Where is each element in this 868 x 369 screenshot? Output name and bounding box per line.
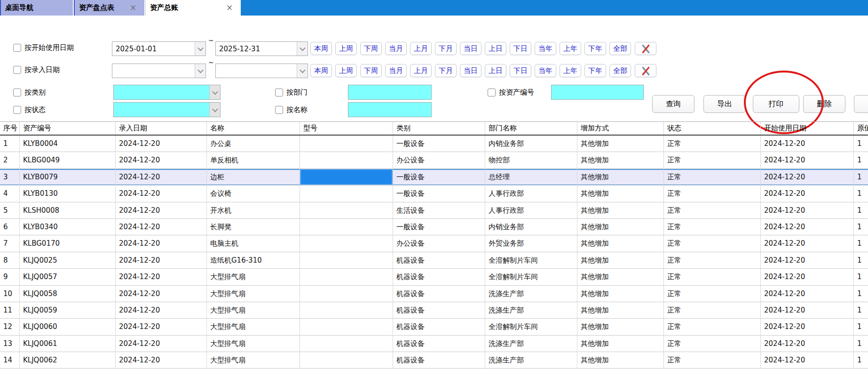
cell-entry-date[interactable]: 2024-12-20: [116, 185, 207, 202]
cell-seq[interactable]: 12: [0, 319, 20, 335]
cell-asset-no[interactable]: KLYB0079: [20, 169, 116, 185]
cell-original-value[interactable]: 1: [854, 202, 868, 219]
quick-range-button[interactable]: 下年: [584, 42, 606, 55]
cell-status[interactable]: 正常: [664, 185, 761, 202]
column-header[interactable]: 部门名称: [485, 122, 577, 135]
quick-range-button[interactable]: 上日: [485, 64, 506, 77]
quick-range-button[interactable]: 下周: [360, 42, 382, 55]
cell-seq[interactable]: 10: [0, 286, 20, 302]
cell-asset-no[interactable]: KLJQ0060: [20, 319, 116, 335]
cell-original-value[interactable]: 1: [854, 152, 868, 168]
column-header[interactable]: 序号: [0, 122, 20, 135]
cell-entry-date[interactable]: 2024-12-20: [116, 319, 207, 335]
cell-model[interactable]: [300, 302, 393, 319]
cell-start-date[interactable]: 2024-12-20: [761, 185, 854, 202]
cell-asset-no[interactable]: KLBG0049: [20, 152, 116, 168]
cell-name[interactable]: 造纸机G16-310: [207, 252, 300, 269]
close-icon[interactable]: ×: [225, 3, 234, 13]
cell-start-date[interactable]: 2024-12-20: [761, 269, 854, 285]
table-row[interactable]: 6 KLYB0340 2024-12-20 长脚凳 一般设备 内销业务部 其他增…: [0, 219, 868, 235]
cell-asset-no[interactable]: KLYB0130: [20, 185, 116, 202]
table-row[interactable]: 12 KLJQ0060 2024-12-20 大型排气扇 机器设备 全溶解制片车…: [0, 319, 868, 335]
cell-model[interactable]: [300, 136, 393, 152]
cell-name[interactable]: 开水机: [207, 202, 300, 219]
table-row[interactable]: 8 KLJQ0025 2024-12-20 造纸机G16-310 机器设备 全溶…: [0, 252, 868, 269]
cell-model[interactable]: [300, 185, 393, 202]
cell-start-date[interactable]: 2024-12-20: [761, 169, 854, 185]
cell-status[interactable]: 正常: [664, 235, 761, 252]
entry-date-checkbox[interactable]: [13, 66, 21, 74]
cell-model[interactable]: [300, 352, 393, 369]
cell-original-value[interactable]: 1: [854, 302, 868, 319]
cell-model[interactable]: [300, 202, 393, 219]
cell-add-method[interactable]: 其他增加: [577, 286, 664, 302]
cell-add-method[interactable]: 其他增加: [577, 235, 664, 252]
cell-original-value[interactable]: 1: [854, 235, 868, 252]
column-header[interactable]: 录入日期: [116, 122, 207, 135]
cell-name[interactable]: 单反相机: [207, 152, 300, 168]
quick-range-button[interactable]: 当日: [460, 42, 481, 55]
cell-category[interactable]: 机器设备: [393, 269, 485, 285]
cell-model[interactable]: [300, 252, 393, 269]
cell-category[interactable]: 办公设备: [393, 235, 485, 252]
cell-original-value[interactable]: 1: [854, 352, 868, 369]
cell-entry-date[interactable]: 2024-12-20: [116, 252, 207, 269]
cell-category[interactable]: 一般设备: [393, 185, 485, 202]
cell-category[interactable]: 机器设备: [393, 352, 485, 369]
chevron-down-icon[interactable]: [209, 85, 220, 99]
quick-range-button[interactable]: 本周: [310, 42, 332, 55]
column-header[interactable]: 名称: [207, 122, 300, 135]
tab-asset-inventory[interactable]: 资产盘点表 ×: [74, 0, 144, 16]
cell-department[interactable]: 人事行政部: [485, 185, 577, 202]
name-input[interactable]: [348, 102, 432, 117]
cell-entry-date[interactable]: 2024-12-20: [116, 136, 207, 152]
cell-category[interactable]: 机器设备: [393, 302, 485, 319]
column-header[interactable]: 类别: [393, 122, 485, 135]
cell-original-value[interactable]: 1: [854, 185, 868, 202]
cell-entry-date[interactable]: 2024-12-20: [116, 235, 207, 252]
cell-seq[interactable]: 2: [0, 152, 20, 168]
cell-asset-no[interactable]: KLYB0004: [20, 136, 116, 152]
quick-range-button[interactable]: 上周: [335, 42, 357, 55]
cell-model[interactable]: [300, 219, 393, 235]
cell-status[interactable]: 正常: [664, 202, 761, 219]
cell-status[interactable]: 正常: [664, 136, 761, 152]
cell-name[interactable]: 大型排气扇: [207, 269, 300, 285]
table-row[interactable]: 14 KLJQ0062 2024-12-20 大型排气扇 机器设备 洗涤生产部 …: [0, 352, 868, 369]
quick-range-button[interactable]: 当日: [460, 64, 481, 77]
cell-status[interactable]: 正常: [664, 286, 761, 302]
cell-department[interactable]: 洗涤生产部: [485, 302, 577, 319]
quick-range-button[interactable]: 下月: [435, 64, 457, 77]
cell-status[interactable]: 正常: [664, 269, 761, 285]
cell-add-method[interactable]: 其他增加: [577, 185, 664, 202]
cell-status[interactable]: 正常: [664, 336, 761, 352]
cell-name[interactable]: 大型排气扇: [207, 302, 300, 319]
quick-range-button[interactable]: 下月: [435, 42, 457, 55]
cell-start-date[interactable]: 2024-12-20: [761, 319, 854, 335]
cell-category[interactable]: 办公设备: [393, 152, 485, 168]
cell-status[interactable]: 正常: [664, 152, 761, 168]
cell-model[interactable]: [300, 336, 393, 352]
quick-range-button[interactable]: 下日: [510, 64, 531, 77]
cell-asset-no[interactable]: KLJQ0061: [20, 336, 116, 352]
quick-range-button[interactable]: 上月: [410, 42, 432, 55]
cell-status[interactable]: 正常: [664, 352, 761, 369]
cell-seq[interactable]: 6: [0, 219, 20, 235]
start-date-checkbox[interactable]: [13, 44, 21, 52]
partial-button[interactable]: [854, 95, 868, 113]
chevron-down-icon[interactable]: [209, 103, 220, 117]
column-header[interactable]: 状态: [664, 122, 761, 135]
cell-status[interactable]: 正常: [664, 169, 761, 185]
cell-department[interactable]: 总经理: [485, 169, 577, 185]
quick-range-button[interactable]: 上年: [560, 64, 581, 77]
quick-range-button[interactable]: 当年: [535, 42, 556, 55]
column-header[interactable]: 型号: [300, 122, 393, 135]
quick-range-button[interactable]: 全部: [609, 42, 631, 55]
quick-range-button[interactable]: 当月: [385, 42, 407, 55]
cell-asset-no[interactable]: KLJQ0062: [20, 352, 116, 369]
close-icon[interactable]: ×: [128, 3, 138, 13]
quick-range-button[interactable]: 上月: [410, 64, 432, 77]
cell-category[interactable]: 机器设备: [393, 319, 485, 335]
cell-start-date[interactable]: 2024-12-20: [761, 202, 854, 219]
cell-department[interactable]: 全溶解制片车间: [485, 252, 577, 269]
